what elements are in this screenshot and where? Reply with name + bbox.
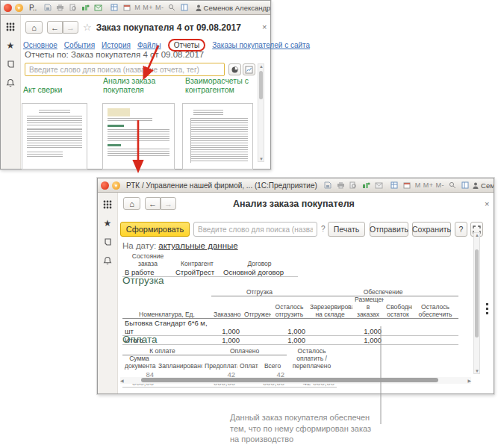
scroll-down-icon[interactable]: ▼ xyxy=(475,369,479,373)
main-menu-icon[interactable]: ▾ xyxy=(112,181,120,190)
context-menu-dots-icon[interactable] xyxy=(486,303,488,314)
current-user[interactable]: Семенов Александр xyxy=(473,181,494,190)
tab-istoriya[interactable]: История xyxy=(102,41,131,49)
scroll-left-icon[interactable]: ◀ xyxy=(120,378,124,383)
notifications-bell-icon[interactable] xyxy=(6,78,15,87)
scrollbar-thumb[interactable] xyxy=(475,249,479,337)
table-icon[interactable] xyxy=(390,181,399,190)
layout-columns-icon[interactable] xyxy=(180,3,190,12)
item-search-input[interactable] xyxy=(193,222,317,237)
report-link-analiz-zakaza[interactable]: Анализ заказа покупателя xyxy=(103,76,172,94)
report-preview-akt-sverki[interactable] xyxy=(22,103,87,169)
cell xyxy=(308,336,352,345)
mail-icon[interactable] xyxy=(374,181,384,190)
forward-button[interactable]: → xyxy=(63,21,78,34)
save-report-button[interactable]: Сохранить xyxy=(412,222,451,237)
home-button[interactable]: ⌂ xyxy=(123,197,140,210)
col-placed-in-orders: Размещено в заказах xyxy=(352,296,384,319)
help-button[interactable]: ? xyxy=(455,222,467,237)
order-status-table: Состояние заказа Контрагент Договор В ра… xyxy=(122,253,298,277)
cell: 1,000 xyxy=(271,319,308,336)
calendar-icon[interactable] xyxy=(402,181,412,190)
save-icon[interactable] xyxy=(323,181,333,190)
zoom-icon[interactable] xyxy=(447,181,457,190)
print-preview-icon[interactable] xyxy=(349,181,358,190)
calculator-memory-buttons[interactable]: М М+ М- xyxy=(134,4,164,11)
layout-columns-icon[interactable] xyxy=(460,181,470,190)
search-help-label[interactable]: ? xyxy=(321,225,326,233)
cell xyxy=(412,319,458,336)
print-icon[interactable] xyxy=(55,3,65,12)
window2-sidebar: ★ xyxy=(98,193,118,393)
scrollbar-thumb[interactable] xyxy=(141,378,438,382)
cell xyxy=(384,319,412,336)
tab-sobytiya[interactable]: События xyxy=(64,41,95,49)
forward-button[interactable]: → xyxy=(161,197,176,210)
grid-menu-icon[interactable] xyxy=(6,22,15,31)
grid-menu-icon[interactable] xyxy=(103,200,112,209)
scroll-right-icon[interactable]: ▶ xyxy=(467,378,471,383)
report-link-akt-sverki[interactable]: Акт сверки xyxy=(23,85,90,94)
window2-title: РТК / Управление нашей фирмой, ... (1С:П… xyxy=(126,181,317,190)
cell xyxy=(384,336,412,345)
report-settings-button[interactable] xyxy=(243,63,255,75)
print-button[interactable]: Печать xyxy=(328,222,365,237)
scroll-down-icon[interactable]: ▼ xyxy=(259,157,264,161)
app-logo-icon xyxy=(4,4,12,12)
report-link-vzaimoraschety[interactable]: Взаиморасчеты с контрагентом xyxy=(185,76,260,94)
form-title: Заказ покупателя 4 от 09.08.2017 xyxy=(96,22,241,33)
print-icon[interactable] xyxy=(336,181,346,190)
close-form-button[interactable]: × xyxy=(485,199,489,208)
back-button[interactable]: ← xyxy=(145,197,161,210)
shipment-section-title: Отгрузка xyxy=(122,275,164,286)
window-order-reports: ▾ Р.. М М+ М- Семенов Александр i ⌄ – ❐ … xyxy=(0,0,271,169)
window1-titlebar: ▾ Р.. М М+ М- Семенов Александр i ⌄ – ❐ … xyxy=(1,1,270,15)
shipment-row-item[interactable]: Бытовка Стандарт 6*6 м, шт 1,000 1,000 1… xyxy=(122,319,458,336)
shipment-table: Номенклатура, Ед. Отгрузка Обеспечение З… xyxy=(122,288,458,345)
main-menu-icon[interactable]: ▾ xyxy=(15,4,23,12)
user-icon xyxy=(473,182,479,189)
scroll-up-icon[interactable]: ▲ xyxy=(259,64,264,69)
table-icon[interactable] xyxy=(109,3,119,12)
tab-osnovnoe[interactable]: Основное xyxy=(23,41,57,49)
annotation-caption: Данный заказ покупателя обеспечен тем, ч… xyxy=(230,412,372,445)
preview-text-lines xyxy=(108,129,169,141)
close-form-button[interactable]: × xyxy=(262,22,267,31)
exchange-icon[interactable] xyxy=(81,3,90,12)
back-button[interactable]: ← xyxy=(47,21,63,34)
history-icon[interactable] xyxy=(6,60,15,69)
tab-zakazy-s-sayta[interactable]: Заказы покупателей с сайта xyxy=(212,41,310,49)
report-search-input[interactable] xyxy=(25,63,225,76)
shipment-total-row[interactable]: Итого 1,000 1,000 1,000 xyxy=(122,336,458,345)
favorite-star-icon[interactable]: ☆ xyxy=(83,22,92,33)
chart-variant-button[interactable] xyxy=(228,63,241,75)
report-title: Анализ заказа покупателя xyxy=(233,199,355,209)
scroll-up-icon[interactable]: ▲ xyxy=(475,233,479,237)
exchange-icon[interactable] xyxy=(361,181,371,190)
calendar-icon[interactable] xyxy=(122,3,131,12)
notifications-bell-icon[interactable] xyxy=(103,256,112,265)
report-preview-analiz-zakaza[interactable] xyxy=(102,103,175,169)
send-button[interactable]: Отправить xyxy=(370,222,408,237)
current-user[interactable]: Семенов Александр xyxy=(196,4,270,12)
col-ordered: Заказано xyxy=(211,296,242,319)
home-button[interactable]: ⌂ xyxy=(25,21,43,34)
mail-icon[interactable] xyxy=(93,3,103,12)
cell: 1,000 xyxy=(352,319,384,336)
date-label: На дату: xyxy=(122,241,156,250)
save-icon[interactable] xyxy=(43,3,52,12)
generate-report-button[interactable]: Сформировать xyxy=(120,222,190,237)
print-preview-icon[interactable] xyxy=(68,3,78,12)
date-value-link[interactable]: актуальные данные xyxy=(158,241,237,250)
calculator-memory-buttons[interactable]: М М+ М- xyxy=(415,181,444,189)
history-icon[interactable] xyxy=(103,237,112,246)
tab-fayly[interactable]: Файлы xyxy=(137,41,161,49)
zoom-icon[interactable] xyxy=(167,3,177,12)
report-preview-vzaimoraschety[interactable] xyxy=(182,103,253,169)
window2-horizontal-scrollbar[interactable]: ◀ ▶ xyxy=(120,377,471,384)
window2-vertical-scrollbar[interactable]: ▲ ▼ xyxy=(473,232,480,374)
favorites-icon[interactable]: ★ xyxy=(7,41,15,50)
col-payment: Оплата xyxy=(237,355,258,370)
payment-section-title: Оплата xyxy=(122,334,157,345)
favorites-icon[interactable]: ★ xyxy=(104,219,112,228)
